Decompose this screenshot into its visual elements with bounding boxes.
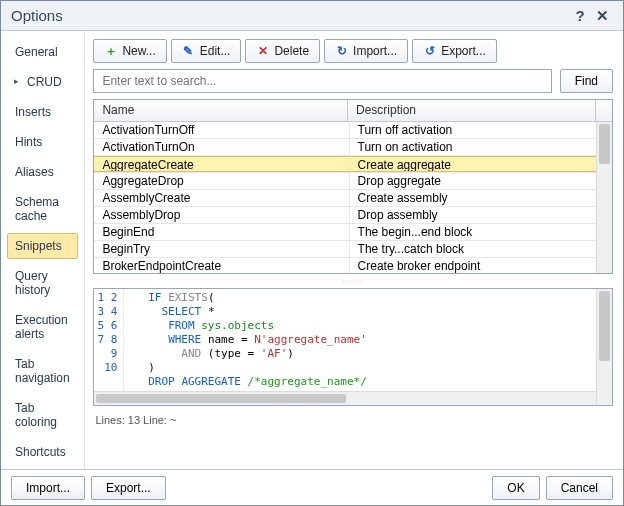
table-row[interactable]: AggregateDropDrop aggregate bbox=[94, 173, 612, 190]
import-button[interactable]: ↻Import... bbox=[324, 39, 408, 63]
sidebar-item-schema-cache[interactable]: Schema cache bbox=[7, 189, 78, 229]
table-row[interactable]: BeginTryThe try...catch block bbox=[94, 241, 612, 258]
sidebar-item-aliases[interactable]: Aliases bbox=[7, 159, 78, 185]
export-icon: ↺ bbox=[423, 45, 436, 58]
delete-button[interactable]: ✕Delete bbox=[245, 39, 320, 63]
code-hscrollbar[interactable] bbox=[94, 391, 596, 405]
table-row[interactable]: AssemblyDropDrop assembly bbox=[94, 207, 612, 224]
code-vscrollbar[interactable] bbox=[596, 289, 612, 405]
footer-import-button[interactable]: Import... bbox=[11, 476, 85, 500]
table-row[interactable]: ActivationTurnOffTurn off activation bbox=[94, 122, 612, 139]
sidebar-item-general[interactable]: General bbox=[7, 39, 78, 65]
table-row[interactable]: BrokerEndpointCreateCreate broker endpoi… bbox=[94, 258, 612, 273]
table-row[interactable]: ActivationTurnOnTurn on activation bbox=[94, 139, 612, 156]
title-bar: Options ? ✕ bbox=[1, 1, 623, 31]
snippets-table: Name Description ActivationTurnOffTurn o… bbox=[93, 99, 613, 274]
x-icon: ✕ bbox=[256, 45, 269, 58]
code-preview: 1 2 3 4 5 6 7 8 9 10 IF EXISTS( SELECT *… bbox=[93, 288, 613, 406]
table-row[interactable]: AssemblyCreateCreate assembly bbox=[94, 190, 612, 207]
sidebar-item-tab-coloring[interactable]: Tab coloring bbox=[7, 395, 78, 435]
sidebar-item-query-history[interactable]: Query history bbox=[7, 263, 78, 303]
status-bar: Lines: 13 Line: ~ bbox=[93, 412, 613, 428]
window-title: Options bbox=[11, 7, 63, 24]
splitter-handle[interactable]: :::::::: bbox=[93, 278, 613, 284]
help-icon[interactable]: ? bbox=[569, 7, 591, 24]
sidebar-item-shortcuts[interactable]: Shortcuts bbox=[7, 439, 78, 465]
ok-button[interactable]: OK bbox=[492, 476, 539, 500]
close-icon[interactable]: ✕ bbox=[591, 7, 613, 25]
table-scrollbar[interactable] bbox=[596, 122, 612, 273]
code-area[interactable]: IF EXISTS( SELECT * FROM sys.objects WHE… bbox=[124, 289, 596, 405]
sidebar-item-inserts[interactable]: Inserts bbox=[7, 99, 78, 125]
find-button[interactable]: Find bbox=[560, 69, 613, 93]
search-input[interactable] bbox=[93, 69, 551, 93]
table-row[interactable]: AggregateCreateCreate aggregate bbox=[94, 156, 612, 173]
sidebar-item-snippets[interactable]: Snippets bbox=[7, 233, 78, 259]
pencil-icon: ✎ bbox=[182, 45, 195, 58]
column-name[interactable]: Name bbox=[94, 100, 348, 121]
line-gutter: 1 2 3 4 5 6 7 8 9 10 bbox=[94, 289, 124, 405]
table-row[interactable]: BeginEndThe begin...end block bbox=[94, 224, 612, 241]
import-icon: ↻ bbox=[335, 45, 348, 58]
footer-export-button[interactable]: Export... bbox=[91, 476, 166, 500]
footer: Import... Export... OK Cancel bbox=[1, 469, 623, 505]
plus-icon: ＋ bbox=[104, 45, 117, 58]
toolbar: ＋New... ✎Edit... ✕Delete ↻Import... ↺Exp… bbox=[93, 39, 613, 63]
edit-button[interactable]: ✎Edit... bbox=[171, 39, 242, 63]
sidebar: General CRUD Inserts Hints Aliases Schem… bbox=[1, 31, 85, 471]
export-button[interactable]: ↺Export... bbox=[412, 39, 497, 63]
new-button[interactable]: ＋New... bbox=[93, 39, 166, 63]
sidebar-item-crud[interactable]: CRUD bbox=[7, 69, 78, 95]
sidebar-item-hints[interactable]: Hints bbox=[7, 129, 78, 155]
sidebar-item-tab-navigation[interactable]: Tab navigation bbox=[7, 351, 78, 391]
sidebar-item-execution-alerts[interactable]: Execution alerts bbox=[7, 307, 78, 347]
column-description[interactable]: Description bbox=[348, 100, 596, 121]
cancel-button[interactable]: Cancel bbox=[546, 476, 613, 500]
